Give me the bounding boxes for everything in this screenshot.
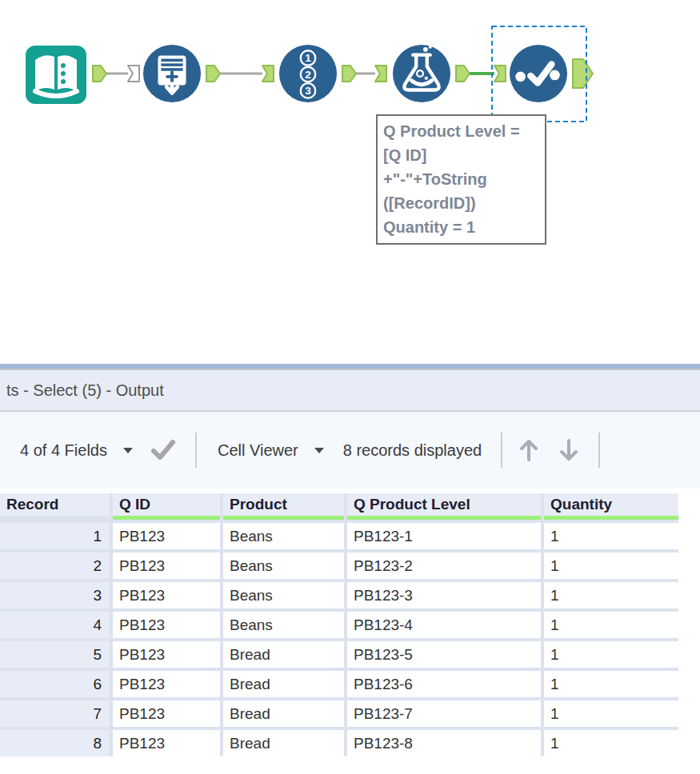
q-product-level-cell: PB123-1 xyxy=(347,523,541,549)
formula-annotation[interactable]: Q Product Level = [Q ID] +"-"+ToString (… xyxy=(376,114,546,245)
record-number-cell: 6 xyxy=(0,671,110,697)
generate-rows-tool[interactable] xyxy=(142,44,202,103)
input-anchor-record-id[interactable] xyxy=(262,66,274,82)
record-number-cell: 3 xyxy=(0,582,110,608)
workflow-canvas[interactable]: 1 2 3 Q Product Level = [Q ID] +"-"+T xyxy=(0,0,700,364)
quantity-cell: 1 xyxy=(544,553,678,579)
product-cell: Beans xyxy=(223,523,344,549)
results-grid-wrap: Record Q ID Product Q Product Level Quan… xyxy=(0,493,700,756)
quantity-cell: 1 xyxy=(544,612,678,638)
record-number-cell: 5 xyxy=(0,641,110,668)
q-id-cell: PB123 xyxy=(113,671,220,697)
column-header-q-id[interactable]: Q ID xyxy=(113,493,220,520)
quantity-cell: 1 xyxy=(544,523,678,549)
cell-viewer-dropdown[interactable]: Cell Viewer xyxy=(218,441,298,460)
results-header-bar: ts - Select (5) - Output xyxy=(0,370,700,412)
input-anchor-formula[interactable] xyxy=(375,66,386,82)
annotation-line: Quantity = 1 xyxy=(383,215,540,239)
q-product-level-cell: PB123-6 xyxy=(347,671,541,697)
q-product-level-cell: PB123-5 xyxy=(347,641,541,668)
record-number-cell: 4 xyxy=(0,612,110,638)
product-cell: Beans xyxy=(223,612,344,638)
results-panel-splitter[interactable] xyxy=(0,364,700,370)
q-id-cell: PB123 xyxy=(113,641,220,668)
record-id-123-icon: 1 2 3 xyxy=(278,44,338,103)
input-anchor-generate-rows[interactable] xyxy=(128,66,139,82)
annotation-line: ([RecordID]) xyxy=(383,191,540,215)
annotation-line: [Q ID] xyxy=(383,143,540,167)
column-header-q-product-level[interactable]: Q Product Level xyxy=(347,493,541,520)
q-id-cell: PB123 xyxy=(113,700,220,727)
q-id-cell: PB123 xyxy=(113,730,220,756)
output-anchor-input-data[interactable] xyxy=(93,66,106,82)
checkmark-icon[interactable] xyxy=(150,439,176,461)
formula-tool[interactable] xyxy=(392,44,451,103)
results-title: ts - Select (5) - Output xyxy=(6,381,164,400)
quantity-cell: 1 xyxy=(544,700,678,727)
fields-dropdown[interactable]: 4 of 4 Fields xyxy=(20,441,107,460)
q-product-level-cell: PB123-7 xyxy=(347,700,541,727)
product-cell: Bread xyxy=(223,700,344,727)
annotation-line: +"-"+ToString xyxy=(383,167,540,191)
q-product-level-cell: PB123-2 xyxy=(347,553,541,579)
record-number-cell: 2 xyxy=(0,553,110,579)
product-cell: Bread xyxy=(223,730,344,756)
generate-rows-icon xyxy=(142,44,202,103)
cell-viewer-caret-icon[interactable] xyxy=(314,448,324,453)
toolbar-divider xyxy=(501,433,502,468)
quantity-cell: 1 xyxy=(544,582,678,608)
svg-text:1: 1 xyxy=(305,52,311,64)
output-anchor-record-id[interactable] xyxy=(342,66,356,82)
record-number-cell: 1 xyxy=(0,523,110,549)
q-id-cell: PB123 xyxy=(113,523,220,549)
annotation-line: Q Product Level = xyxy=(383,119,540,143)
column-header-quantity[interactable]: Quantity xyxy=(544,493,678,520)
record-number-cell: 7 xyxy=(0,700,110,727)
results-panel: ts - Select (5) - Output 4 of 4 Fields C… xyxy=(0,364,700,756)
product-cell: Bread xyxy=(223,641,344,668)
select-checkmark-icon xyxy=(509,44,568,103)
toolbar-divider xyxy=(195,433,197,468)
toolbar-divider xyxy=(598,433,600,468)
arrow-up-icon[interactable] xyxy=(517,437,541,463)
q-id-cell: PB123 xyxy=(113,612,220,638)
column-header-product[interactable]: Product xyxy=(223,493,344,520)
svg-text:3: 3 xyxy=(305,85,311,97)
output-anchor-generate-rows[interactable] xyxy=(206,66,220,82)
records-displayed-label: 8 records displayed xyxy=(343,441,482,460)
q-product-level-cell: PB123-4 xyxy=(347,612,541,638)
connection-layer xyxy=(0,0,700,364)
input-anchor-select[interactable] xyxy=(494,66,506,82)
input-data-book-icon xyxy=(26,46,86,104)
record-id-tool[interactable]: 1 2 3 xyxy=(278,44,338,103)
fields-caret-icon[interactable] xyxy=(123,448,133,453)
arrow-down-icon[interactable] xyxy=(557,437,581,463)
quantity-cell: 1 xyxy=(544,671,678,697)
product-cell: Bread xyxy=(223,671,344,697)
quantity-cell: 1 xyxy=(544,641,678,668)
input-data-tool[interactable] xyxy=(26,46,86,104)
q-product-level-cell: PB123-8 xyxy=(347,730,541,756)
q-id-cell: PB123 xyxy=(113,582,220,608)
product-cell: Beans xyxy=(223,582,344,608)
record-number-cell: 8 xyxy=(0,730,110,756)
output-anchor-formula[interactable] xyxy=(456,66,470,82)
select-tool[interactable] xyxy=(509,44,568,103)
svg-text:2: 2 xyxy=(305,69,311,81)
results-table: Record Q ID Product Q Product Level Quan… xyxy=(0,493,678,756)
quantity-cell: 1 xyxy=(544,730,678,756)
q-product-level-cell: PB123-3 xyxy=(347,582,541,608)
output-anchor-select[interactable] xyxy=(573,59,593,88)
column-header-record[interactable]: Record xyxy=(0,493,110,520)
formula-flask-icon xyxy=(392,44,451,103)
results-toolbar: 4 of 4 Fields Cell Viewer 8 records disp… xyxy=(0,412,700,489)
q-id-cell: PB123 xyxy=(113,553,220,579)
product-cell: Beans xyxy=(223,553,344,579)
